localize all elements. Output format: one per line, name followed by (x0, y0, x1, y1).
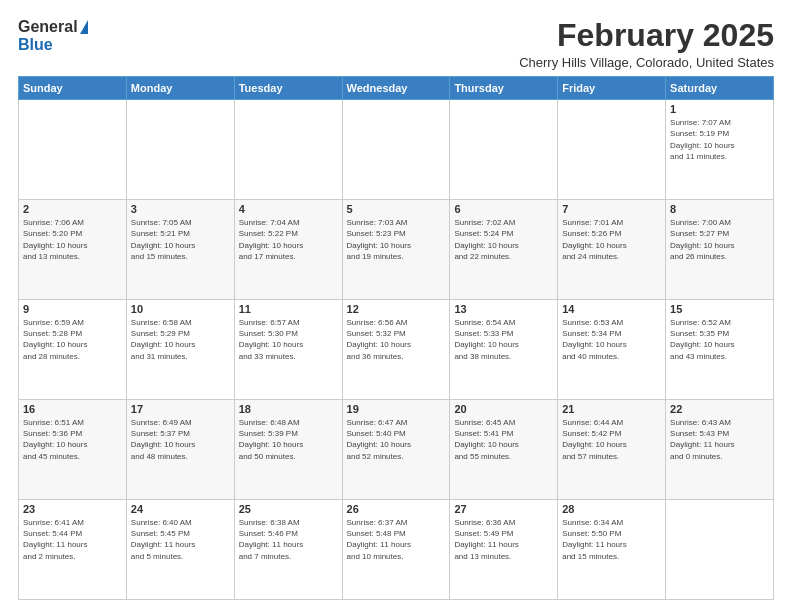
day-number: 7 (562, 203, 661, 215)
day-info: Sunrise: 6:53 AM Sunset: 5:34 PM Dayligh… (562, 317, 661, 362)
calendar-cell: 21Sunrise: 6:44 AM Sunset: 5:42 PM Dayli… (558, 400, 666, 500)
calendar-cell: 18Sunrise: 6:48 AM Sunset: 5:39 PM Dayli… (234, 400, 342, 500)
day-info: Sunrise: 6:38 AM Sunset: 5:46 PM Dayligh… (239, 517, 338, 562)
calendar-cell: 12Sunrise: 6:56 AM Sunset: 5:32 PM Dayli… (342, 300, 450, 400)
day-info: Sunrise: 6:58 AM Sunset: 5:29 PM Dayligh… (131, 317, 230, 362)
logo-triangle-icon (80, 20, 88, 34)
day-number: 20 (454, 403, 553, 415)
calendar-cell: 19Sunrise: 6:47 AM Sunset: 5:40 PM Dayli… (342, 400, 450, 500)
weekday-header-wednesday: Wednesday (342, 77, 450, 100)
calendar-cell: 24Sunrise: 6:40 AM Sunset: 5:45 PM Dayli… (126, 500, 234, 600)
day-info: Sunrise: 6:43 AM Sunset: 5:43 PM Dayligh… (670, 417, 769, 462)
location-title: Cherry Hills Village, Colorado, United S… (519, 55, 774, 70)
day-number: 25 (239, 503, 338, 515)
calendar-cell: 11Sunrise: 6:57 AM Sunset: 5:30 PM Dayli… (234, 300, 342, 400)
day-info: Sunrise: 7:05 AM Sunset: 5:21 PM Dayligh… (131, 217, 230, 262)
day-number: 14 (562, 303, 661, 315)
weekday-header-monday: Monday (126, 77, 234, 100)
calendar-cell: 28Sunrise: 6:34 AM Sunset: 5:50 PM Dayli… (558, 500, 666, 600)
day-number: 3 (131, 203, 230, 215)
day-number: 1 (670, 103, 769, 115)
calendar-cell: 1Sunrise: 7:07 AM Sunset: 5:19 PM Daylig… (666, 100, 774, 200)
calendar-cell: 7Sunrise: 7:01 AM Sunset: 5:26 PM Daylig… (558, 200, 666, 300)
calendar-cell: 14Sunrise: 6:53 AM Sunset: 5:34 PM Dayli… (558, 300, 666, 400)
day-info: Sunrise: 6:40 AM Sunset: 5:45 PM Dayligh… (131, 517, 230, 562)
day-number: 4 (239, 203, 338, 215)
day-info: Sunrise: 6:48 AM Sunset: 5:39 PM Dayligh… (239, 417, 338, 462)
calendar-cell (126, 100, 234, 200)
calendar-cell: 3Sunrise: 7:05 AM Sunset: 5:21 PM Daylig… (126, 200, 234, 300)
logo: General Blue (18, 18, 88, 54)
day-number: 13 (454, 303, 553, 315)
day-info: Sunrise: 7:04 AM Sunset: 5:22 PM Dayligh… (239, 217, 338, 262)
calendar-cell: 9Sunrise: 6:59 AM Sunset: 5:28 PM Daylig… (19, 300, 127, 400)
weekday-header-saturday: Saturday (666, 77, 774, 100)
day-number: 11 (239, 303, 338, 315)
day-number: 21 (562, 403, 661, 415)
calendar-cell: 26Sunrise: 6:37 AM Sunset: 5:48 PM Dayli… (342, 500, 450, 600)
day-number: 28 (562, 503, 661, 515)
calendar-cell (234, 100, 342, 200)
day-number: 23 (23, 503, 122, 515)
day-info: Sunrise: 6:59 AM Sunset: 5:28 PM Dayligh… (23, 317, 122, 362)
day-info: Sunrise: 7:02 AM Sunset: 5:24 PM Dayligh… (454, 217, 553, 262)
calendar-week-row: 2Sunrise: 7:06 AM Sunset: 5:20 PM Daylig… (19, 200, 774, 300)
day-number: 9 (23, 303, 122, 315)
day-number: 24 (131, 503, 230, 515)
page: General Blue February 2025 Cherry Hills … (0, 0, 792, 612)
day-number: 17 (131, 403, 230, 415)
day-number: 8 (670, 203, 769, 215)
day-info: Sunrise: 6:41 AM Sunset: 5:44 PM Dayligh… (23, 517, 122, 562)
calendar-cell: 6Sunrise: 7:02 AM Sunset: 5:24 PM Daylig… (450, 200, 558, 300)
calendar-week-row: 16Sunrise: 6:51 AM Sunset: 5:36 PM Dayli… (19, 400, 774, 500)
weekday-header-thursday: Thursday (450, 77, 558, 100)
day-info: Sunrise: 6:49 AM Sunset: 5:37 PM Dayligh… (131, 417, 230, 462)
calendar-cell: 13Sunrise: 6:54 AM Sunset: 5:33 PM Dayli… (450, 300, 558, 400)
weekday-header-tuesday: Tuesday (234, 77, 342, 100)
day-info: Sunrise: 7:03 AM Sunset: 5:23 PM Dayligh… (347, 217, 446, 262)
calendar-cell (666, 500, 774, 600)
day-info: Sunrise: 7:00 AM Sunset: 5:27 PM Dayligh… (670, 217, 769, 262)
calendar-cell: 25Sunrise: 6:38 AM Sunset: 5:46 PM Dayli… (234, 500, 342, 600)
calendar-cell: 27Sunrise: 6:36 AM Sunset: 5:49 PM Dayli… (450, 500, 558, 600)
day-info: Sunrise: 6:52 AM Sunset: 5:35 PM Dayligh… (670, 317, 769, 362)
calendar-cell: 2Sunrise: 7:06 AM Sunset: 5:20 PM Daylig… (19, 200, 127, 300)
calendar-cell: 4Sunrise: 7:04 AM Sunset: 5:22 PM Daylig… (234, 200, 342, 300)
day-info: Sunrise: 6:36 AM Sunset: 5:49 PM Dayligh… (454, 517, 553, 562)
day-number: 10 (131, 303, 230, 315)
day-info: Sunrise: 6:56 AM Sunset: 5:32 PM Dayligh… (347, 317, 446, 362)
calendar-cell: 5Sunrise: 7:03 AM Sunset: 5:23 PM Daylig… (342, 200, 450, 300)
day-number: 5 (347, 203, 446, 215)
calendar-header-row: SundayMondayTuesdayWednesdayThursdayFrid… (19, 77, 774, 100)
day-number: 16 (23, 403, 122, 415)
month-title: February 2025 (519, 18, 774, 53)
day-info: Sunrise: 6:54 AM Sunset: 5:33 PM Dayligh… (454, 317, 553, 362)
day-info: Sunrise: 7:01 AM Sunset: 5:26 PM Dayligh… (562, 217, 661, 262)
calendar-cell: 20Sunrise: 6:45 AM Sunset: 5:41 PM Dayli… (450, 400, 558, 500)
day-number: 27 (454, 503, 553, 515)
day-info: Sunrise: 7:06 AM Sunset: 5:20 PM Dayligh… (23, 217, 122, 262)
calendar-week-row: 1Sunrise: 7:07 AM Sunset: 5:19 PM Daylig… (19, 100, 774, 200)
logo-blue-text: Blue (18, 36, 53, 54)
calendar-cell: 17Sunrise: 6:49 AM Sunset: 5:37 PM Dayli… (126, 400, 234, 500)
day-info: Sunrise: 7:07 AM Sunset: 5:19 PM Dayligh… (670, 117, 769, 162)
calendar-cell (342, 100, 450, 200)
day-number: 12 (347, 303, 446, 315)
calendar-cell: 22Sunrise: 6:43 AM Sunset: 5:43 PM Dayli… (666, 400, 774, 500)
header: General Blue February 2025 Cherry Hills … (18, 18, 774, 70)
calendar-cell: 15Sunrise: 6:52 AM Sunset: 5:35 PM Dayli… (666, 300, 774, 400)
day-info: Sunrise: 6:44 AM Sunset: 5:42 PM Dayligh… (562, 417, 661, 462)
calendar-cell: 23Sunrise: 6:41 AM Sunset: 5:44 PM Dayli… (19, 500, 127, 600)
calendar-cell: 10Sunrise: 6:58 AM Sunset: 5:29 PM Dayli… (126, 300, 234, 400)
calendar-cell (19, 100, 127, 200)
calendar-week-row: 9Sunrise: 6:59 AM Sunset: 5:28 PM Daylig… (19, 300, 774, 400)
calendar-cell: 16Sunrise: 6:51 AM Sunset: 5:36 PM Dayli… (19, 400, 127, 500)
day-info: Sunrise: 6:45 AM Sunset: 5:41 PM Dayligh… (454, 417, 553, 462)
day-number: 19 (347, 403, 446, 415)
day-info: Sunrise: 6:51 AM Sunset: 5:36 PM Dayligh… (23, 417, 122, 462)
logo-general-text: General (18, 18, 78, 36)
day-number: 26 (347, 503, 446, 515)
day-info: Sunrise: 6:47 AM Sunset: 5:40 PM Dayligh… (347, 417, 446, 462)
title-block: February 2025 Cherry Hills Village, Colo… (519, 18, 774, 70)
weekday-header-sunday: Sunday (19, 77, 127, 100)
